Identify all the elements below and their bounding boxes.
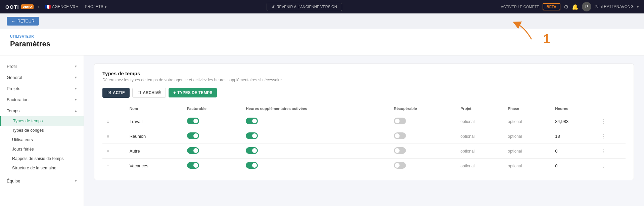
row-heures-sup[interactable]: [242, 144, 389, 159]
general-chevron-icon: ▾: [75, 75, 77, 80]
sidebar-subitem-rappels[interactable]: Rappels de saisie de temps: [0, 154, 84, 163]
sidebar-subitem-structure[interactable]: Structure de la semaine: [0, 163, 84, 173]
drag-handle[interactable]: ≡: [102, 159, 126, 173]
toggle-heures-sup[interactable]: [246, 132, 258, 139]
row-menu-icon[interactable]: ⋮: [601, 148, 606, 154]
sidebar-subitem-types-de-conges[interactable]: Types de congés: [0, 126, 84, 135]
agency-nav-item[interactable]: 🇫🇷 AGENCE V3 ▾: [44, 4, 80, 9]
col-nom: Nom: [126, 103, 183, 114]
profil-chevron-icon: ▾: [75, 64, 77, 69]
row-facturable[interactable]: [183, 159, 242, 173]
logo-text: OOTI: [5, 4, 19, 10]
sub-navigation: ← RETOUR: [0, 13, 644, 29]
sidebar-item-facturation[interactable]: Facturation ▾: [0, 94, 84, 105]
sidebar-item-general[interactable]: Général ▾: [0, 72, 84, 83]
revert-icon: ↺: [272, 5, 275, 9]
table-row: ≡ Autre optional optional 0 ⋮: [102, 144, 626, 159]
phase-value: optional: [508, 149, 522, 154]
row-menu-icon[interactable]: ⋮: [601, 119, 606, 124]
toggle-recuperable[interactable]: [394, 118, 406, 124]
facturation-chevron-icon: ▾: [75, 97, 77, 102]
toggle-heures-sup[interactable]: [246, 147, 258, 154]
phase-value: optional: [508, 164, 522, 168]
nav-separator: ▾: [38, 5, 40, 9]
toggle-heures-sup[interactable]: [246, 118, 258, 124]
subitem-label-types-de-conges: Types de congés: [12, 128, 44, 133]
drag-handle[interactable]: ≡: [102, 144, 126, 159]
row-recuperable[interactable]: [390, 144, 457, 159]
toggle-heures-sup[interactable]: [246, 162, 258, 169]
revert-button[interactable]: ↺ REVENIR À L'ANCIENNE VERSION: [267, 3, 342, 11]
row-recuperable[interactable]: [390, 159, 457, 173]
sidebar-label-general: Général: [7, 75, 22, 80]
actif-label: ACTIF: [113, 90, 125, 95]
sidebar-subitem-utilisateurs[interactable]: Utilisateurs: [0, 135, 84, 145]
sidebar-item-temps[interactable]: Temps ▴: [0, 105, 84, 116]
actif-tab[interactable]: ☑ ACTIF: [102, 88, 130, 98]
back-label: RETOUR: [17, 19, 34, 24]
row-projet: optional: [456, 114, 504, 129]
subitem-label-utilisateurs: Utilisateurs: [12, 137, 33, 142]
table-header: Nom Facturable Heures supplémentaires ac…: [102, 103, 626, 114]
projects-nav-item[interactable]: PROJETS ▾: [83, 4, 107, 9]
row-menu[interactable]: ⋮: [597, 159, 626, 173]
phase-value: optional: [508, 119, 522, 124]
archive-tab[interactable]: ☐ ARCHIVÉ: [132, 88, 166, 98]
back-arrow-icon: ←: [11, 19, 15, 24]
projet-value: optional: [460, 119, 474, 124]
content-title: Types de temps: [102, 71, 626, 76]
row-menu-icon[interactable]: ⋮: [601, 133, 606, 139]
toggle-facturable[interactable]: [187, 147, 199, 154]
types-de-temps-table: Nom Facturable Heures supplémentaires ac…: [102, 103, 626, 173]
row-facturable[interactable]: [183, 114, 242, 129]
row-heures-sup[interactable]: [242, 114, 389, 129]
toggle-facturable[interactable]: [187, 118, 199, 124]
flag-icon: 🇫🇷: [45, 4, 51, 9]
row-facturable[interactable]: [183, 129, 242, 144]
drag-icon: ≡: [106, 163, 109, 169]
drag-handle[interactable]: ≡: [102, 129, 126, 144]
col-phase: Phase: [504, 103, 551, 114]
topnav-center: ↺ REVENIR À L'ANCIENNE VERSION: [112, 3, 497, 11]
row-menu-icon[interactable]: ⋮: [601, 163, 606, 169]
row-heures-sup[interactable]: [242, 129, 389, 144]
toggle-facturable[interactable]: [187, 132, 199, 139]
settings-icon[interactable]: ⚙: [564, 4, 568, 10]
row-facturable[interactable]: [183, 144, 242, 159]
sidebar-label-equipe: Équipe: [7, 178, 20, 183]
toggle-recuperable[interactable]: [394, 162, 406, 169]
sidebar-item-profil[interactable]: Profil ▾: [0, 61, 84, 72]
toggle-recuperable[interactable]: [394, 132, 406, 139]
row-recuperable[interactable]: [390, 129, 457, 144]
sidebar-item-equipe[interactable]: Équipe ▾: [0, 175, 84, 187]
toggle-facturable[interactable]: [187, 162, 199, 169]
content-card: Types de temps Déterminez les types de t…: [94, 64, 634, 180]
drag-handle[interactable]: ≡: [102, 114, 126, 129]
projet-value: optional: [460, 149, 474, 154]
subitem-label-structure: Structure de la semaine: [12, 166, 56, 170]
sidebar-label-temps: Temps: [7, 108, 19, 113]
row-menu[interactable]: ⋮: [597, 114, 626, 129]
row-menu[interactable]: ⋮: [597, 129, 626, 144]
add-types-de-temps-button[interactable]: + TYPES DE TEMPS: [169, 88, 217, 97]
actif-icon: ☑: [107, 90, 111, 95]
row-heures: 0: [551, 159, 597, 173]
row-name: Travail: [126, 114, 183, 129]
phase-value: optional: [508, 134, 522, 139]
sidebar-item-projets[interactable]: Projets ▾: [0, 83, 84, 94]
row-menu[interactable]: ⋮: [597, 144, 626, 159]
sidebar: Profil ▾ Général ▾ Projets ▾ Facturation…: [0, 55, 84, 206]
sidebar-subitem-jours-feries[interactable]: Jours fériés: [0, 145, 84, 154]
table-row: ≡ Travail optional optional 84,983 ⋮: [102, 114, 626, 129]
equipe-chevron-icon: ▾: [75, 179, 77, 183]
beta-button[interactable]: BETA: [543, 3, 560, 10]
row-projet: optional: [456, 144, 504, 159]
row-recuperable[interactable]: [390, 114, 457, 129]
bell-icon[interactable]: 🔔: [572, 4, 579, 10]
toggle-recuperable[interactable]: [394, 147, 406, 154]
row-heures-sup[interactable]: [242, 159, 389, 173]
sidebar-subitem-types-de-temps[interactable]: Types de temps: [0, 116, 84, 126]
table-body: ≡ Travail optional optional 84,983 ⋮ ≡ R…: [102, 114, 626, 173]
back-button[interactable]: ← RETOUR: [7, 17, 39, 26]
row-projet: optional: [456, 129, 504, 144]
